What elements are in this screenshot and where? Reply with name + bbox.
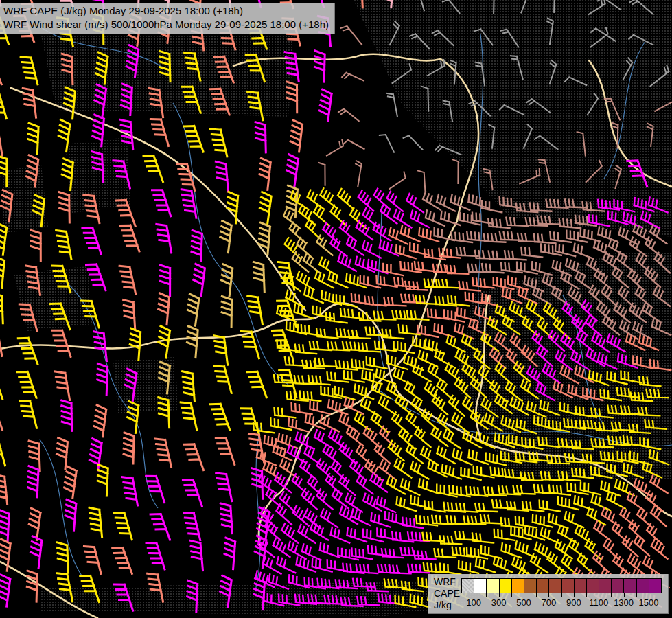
legend-tick [561,593,562,597]
legend-tick [474,593,474,597]
legend-tick [599,593,599,597]
legend-swatch [637,579,649,593]
legend-tick [536,593,537,597]
legend-swatch [575,579,587,593]
legend-scale: 100300500700900110013001500 [461,574,664,613]
legend-swatch [587,579,599,593]
legend-tick [511,593,512,597]
legend-tick [624,593,625,597]
terrain-stipple-area [65,137,130,213]
legend-swatch [549,579,561,593]
legend-tick-label: 100 [466,597,481,608]
legend-swatch [524,579,537,593]
weather-map-screenshot: WRF CAPE (J/kg) Monday 29-09-2025 18:00 … [0,0,672,618]
legend-swatch [512,579,524,593]
legend-tick [574,593,575,597]
legend-tick-label: 900 [566,597,581,608]
legend-color-bar [461,578,662,593]
legend-tick [524,593,524,597]
legend-tick [611,593,612,597]
legend-tick [649,593,649,597]
legend-swatch [612,579,624,593]
legend-tick [548,593,549,597]
legend-title-unit: J/kg [434,599,460,611]
title-line-shear: WRF Wind shear (m/s) 500/1000hPa Monday … [3,18,329,32]
legend-tick-label: 1500 [639,597,659,608]
legend-swatch [624,579,636,593]
legend-tick-label: 700 [542,597,557,608]
title-overlay: WRF CAPE (J/kg) Monday 29-09-2025 18:00 … [0,3,335,34]
terrain-stipple-area [14,266,93,331]
legend-tick-label: 1300 [614,597,634,608]
legend-swatch [537,579,549,593]
legend-swatch [500,579,512,593]
legend-title-wrf: WRF [434,576,460,588]
cape-legend: WRF CAPE J/kg 10030050070090011001300150… [428,574,669,614]
legend-swatch [599,579,612,593]
legend-tick-label: 1100 [589,597,608,608]
legend-tick-label: 300 [491,597,507,608]
legend-titles: WRF CAPE J/kg [434,576,460,611]
legend-swatch [562,579,575,593]
legend-swatch [462,579,474,593]
title-line-cape: WRF CAPE (J/kg) Monday 29-09-2025 18:00 … [3,4,329,18]
legend-tick [486,593,487,597]
legend-title-cape: CAPE [434,588,460,599]
legend-tick-label: 500 [516,597,531,608]
legend-tick [499,593,500,597]
legend-swatch [487,579,499,593]
map-canvas [0,0,672,618]
legend-tick [636,593,637,597]
legend-swatch [649,579,661,593]
legend-tick [586,593,587,597]
legend-swatch [474,579,487,593]
